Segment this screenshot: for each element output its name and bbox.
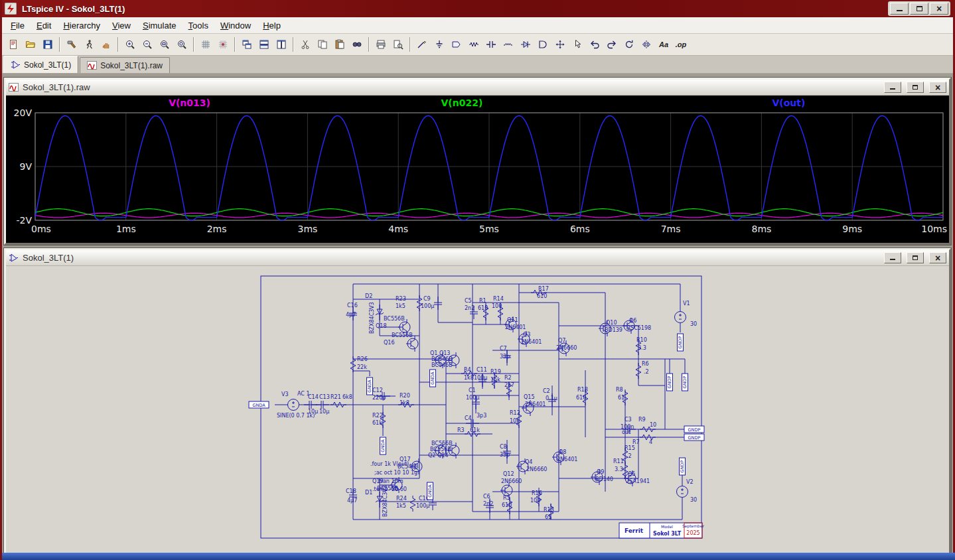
schematic-label[interactable]: R16 bbox=[532, 490, 542, 496]
resistor-button[interactable] bbox=[466, 36, 482, 53]
schematic-label[interactable]: 220p bbox=[372, 395, 386, 401]
cut-button[interactable] bbox=[297, 36, 313, 53]
schematic-label[interactable]: Q7 bbox=[558, 338, 565, 344]
schematic-label[interactable]: 2k7 bbox=[504, 382, 514, 388]
control-panel-button[interactable] bbox=[64, 36, 80, 53]
schematic-label[interactable]: Q15 bbox=[524, 394, 534, 400]
schematic-label[interactable]: out bbox=[622, 429, 630, 435]
schematic-label[interactable]: 22k bbox=[357, 364, 367, 370]
schematic-label[interactable]: C5 bbox=[465, 298, 472, 304]
schematic-label[interactable]: R22 bbox=[372, 413, 383, 419]
schematic-label[interactable]: Q1 Q13 bbox=[430, 350, 450, 356]
schematic-label[interactable]: ;ac oct 10 10 1g bbox=[374, 470, 417, 476]
wire-button[interactable] bbox=[414, 36, 430, 53]
schematic-label[interactable]: R14 bbox=[493, 296, 504, 302]
schematic-label[interactable]: R19 bbox=[490, 369, 501, 375]
schematic-label[interactable]: R4 bbox=[464, 367, 471, 373]
minimize-button[interactable] bbox=[890, 3, 909, 15]
schematic-label[interactable]: Q16 bbox=[384, 340, 394, 346]
schematic-drawing[interactable]: C164µ7D2BZX84C3V3BC556BQ18BC556BQ16R231k… bbox=[6, 266, 949, 560]
schematic-label[interactable]: 610 bbox=[537, 293, 547, 299]
net-flag-gndp[interactable]: GNDP bbox=[678, 334, 684, 351]
schematic-label[interactable]: R3 bbox=[457, 427, 465, 433]
schematic-close-button[interactable]: × bbox=[929, 252, 946, 263]
schematic-component[interactable] bbox=[331, 402, 346, 407]
schematic-label[interactable]: R5 bbox=[503, 495, 510, 501]
schematic-label[interactable]: 10 bbox=[650, 422, 656, 428]
schematic-label[interactable]: 100n bbox=[621, 424, 634, 430]
menu-simulate[interactable]: Simulate bbox=[137, 19, 183, 33]
schematic-label[interactable]: 61k bbox=[372, 420, 382, 426]
open-button[interactable] bbox=[23, 36, 38, 53]
net-flag-gnda[interactable]: GNDA bbox=[249, 401, 269, 408]
waveform-restore-button[interactable] bbox=[907, 82, 924, 93]
menu-tools[interactable]: Tools bbox=[183, 19, 214, 33]
ltspice-app-icon[interactable] bbox=[5, 3, 18, 15]
schematic-component[interactable] bbox=[677, 486, 688, 498]
schematic-label[interactable]: BD139 bbox=[605, 327, 623, 333]
waveform-plot-area[interactable]: 20V9V-2V0ms1ms2ms3ms4ms5ms6ms7ms8ms9ms10… bbox=[6, 96, 949, 243]
schematic-label[interactable]: 2SC5198 bbox=[627, 325, 651, 331]
menu-hierarchy[interactable]: Hierarchy bbox=[57, 19, 106, 33]
schematic-label[interactable]: 2N6401 bbox=[505, 324, 526, 330]
waveform-close-button[interactable]: × bbox=[929, 82, 946, 93]
diode-button[interactable] bbox=[518, 36, 534, 53]
schematic-restore-button[interactable] bbox=[907, 252, 924, 263]
maximize-button[interactable] bbox=[910, 3, 928, 15]
net-flag-gndp[interactable]: GNDP bbox=[684, 434, 704, 441]
schematic-minimize-button[interactable] bbox=[884, 252, 901, 263]
schematic-label[interactable]: BC556B bbox=[431, 441, 453, 447]
schematic-label[interactable]: 61k bbox=[470, 427, 480, 433]
paste-button[interactable] bbox=[332, 36, 348, 53]
schematic-label[interactable]: R12 bbox=[510, 410, 520, 416]
spice-directive-button[interactable]: .op bbox=[673, 36, 689, 53]
waveform-plot[interactable]: 20V9V-2V0ms1ms2ms3ms4ms5ms6ms7ms8ms9ms10… bbox=[6, 96, 949, 243]
schematic-label[interactable]: 100µ bbox=[466, 395, 479, 401]
schematic-label[interactable]: 2SA1941 bbox=[626, 478, 650, 484]
rotate-button[interactable] bbox=[621, 36, 637, 53]
schematic-label[interactable]: Q6 bbox=[629, 318, 636, 324]
schematic-label[interactable]: C13 bbox=[319, 394, 330, 400]
menu-file[interactable]: File bbox=[5, 19, 31, 33]
net-flag-gndp[interactable]: GNDP bbox=[667, 374, 673, 391]
schematic-label[interactable]: 100µ bbox=[421, 303, 434, 309]
schematic-component[interactable] bbox=[288, 399, 299, 411]
schematic-label[interactable]: AC 1 bbox=[297, 391, 310, 397]
tab-schematic[interactable]: Sokol_3LT(1) bbox=[3, 56, 78, 73]
net-flag-gndp[interactable]: GNDP bbox=[680, 458, 686, 475]
schematic-label[interactable]: C12 bbox=[372, 387, 383, 393]
schematic-label[interactable]: R6 bbox=[642, 361, 649, 367]
schematic-label[interactable]: Q9 bbox=[597, 469, 604, 475]
drag-button[interactable] bbox=[569, 36, 585, 53]
schematic-label[interactable]: .2 bbox=[644, 369, 649, 375]
schematic-component[interactable] bbox=[623, 462, 628, 478]
schematic-label[interactable]: 1k8 bbox=[400, 400, 409, 406]
net-flag-gndp[interactable]: GNDP bbox=[682, 374, 688, 391]
schematic-label[interactable]: C9 bbox=[423, 296, 431, 302]
schematic-label[interactable]: Q8 bbox=[559, 449, 566, 455]
net-flag-gnda[interactable]: GNDA bbox=[380, 437, 386, 455]
schematic-label[interactable]: 610 bbox=[502, 502, 512, 508]
schematic-label[interactable]: 100µ bbox=[416, 503, 429, 509]
undo-button[interactable] bbox=[587, 36, 603, 53]
inductor-button[interactable] bbox=[500, 36, 516, 53]
net-flag-gndp[interactable]: GNDP bbox=[684, 426, 704, 433]
schematic-label[interactable]: Q3 bbox=[523, 332, 530, 338]
label-net-button[interactable] bbox=[449, 36, 465, 53]
schematic-label[interactable]: 100 bbox=[492, 303, 502, 309]
menu-window[interactable]: Window bbox=[214, 19, 257, 33]
schematic-label[interactable]: 15k bbox=[490, 377, 500, 383]
schematic-label[interactable]: 2N6401 bbox=[525, 401, 546, 407]
schematic-label[interactable]: 610 bbox=[576, 395, 586, 401]
move-button[interactable] bbox=[552, 36, 568, 53]
schematic-label[interactable]: C3 bbox=[624, 417, 632, 423]
schematic-label[interactable]: .2 bbox=[626, 453, 632, 459]
schematic-label[interactable]: .temp -20 60 bbox=[372, 486, 407, 492]
schematic-label[interactable]: Q4 bbox=[525, 459, 532, 465]
schematic-label[interactable]: 30 bbox=[690, 497, 697, 503]
schematic-label[interactable]: BC556B bbox=[384, 316, 405, 322]
print-button[interactable] bbox=[373, 36, 389, 53]
schematic-label[interactable]: SINE(0 0.7 1k) bbox=[277, 413, 315, 419]
menu-edit[interactable]: Edit bbox=[31, 19, 57, 33]
schematic-label[interactable]: R1 bbox=[479, 298, 486, 304]
